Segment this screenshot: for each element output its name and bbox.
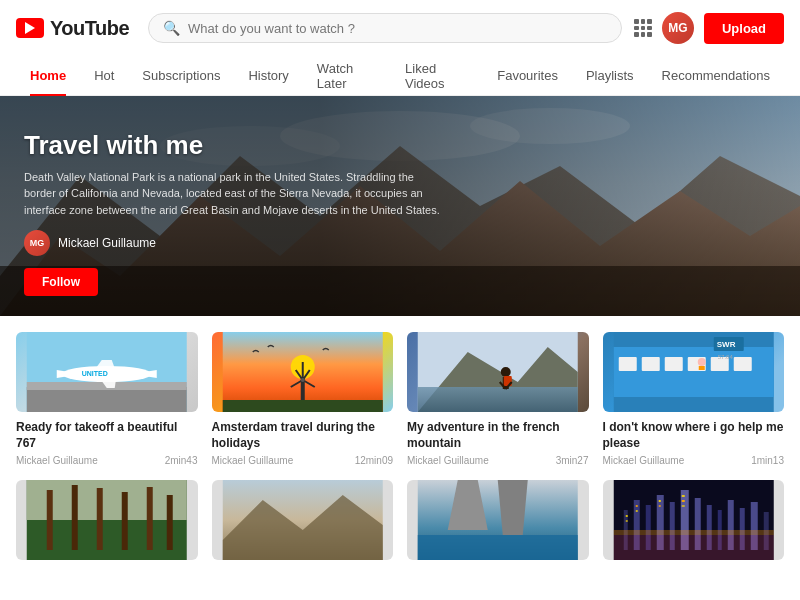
svg-rect-49: [47, 490, 53, 550]
search-bar[interactable]: 🔍: [148, 13, 622, 43]
video-thumbnail-4: SWR 57:64: [603, 332, 785, 412]
hero-author-avatar: MG: [24, 230, 50, 256]
svg-point-24: [300, 378, 304, 382]
video-author-2: Mickael Guillaume: [212, 455, 294, 466]
svg-rect-38: [664, 357, 682, 371]
svg-rect-35: [613, 347, 773, 397]
svg-rect-84: [681, 500, 684, 502]
svg-text:UNITED: UNITED: [82, 370, 108, 377]
svg-rect-25: [222, 400, 382, 412]
svg-rect-50: [72, 485, 78, 550]
svg-marker-59: [498, 480, 528, 535]
svg-text:SWR: SWR: [716, 340, 735, 349]
video-author-4: Mickael Guillaume: [603, 455, 685, 466]
svg-point-45: [697, 358, 705, 366]
svg-rect-37: [641, 357, 659, 371]
nav-item-subscriptions[interactable]: Subscriptions: [128, 56, 234, 96]
video-card-8[interactable]: [603, 480, 785, 568]
upload-button[interactable]: Upload: [704, 13, 784, 44]
svg-rect-82: [658, 505, 660, 507]
logo-area: YouTube: [16, 17, 136, 40]
nav-item-hot[interactable]: Hot: [80, 56, 128, 96]
nav-item-liked-videos[interactable]: Liked Videos: [391, 56, 483, 96]
video-title-2: Amsterdam travel during the holidays: [212, 420, 394, 451]
logo-text: YouTube: [50, 17, 129, 40]
nav-item-recommendations[interactable]: Recommendations: [648, 56, 784, 96]
video-duration-2: 12min09: [355, 455, 393, 466]
nav-item-playlists[interactable]: Playlists: [572, 56, 648, 96]
video-thumbnail-1: UNITED: [16, 332, 198, 412]
video-card-7[interactable]: [407, 480, 589, 568]
hero-description: Death Valley National Park is a national…: [24, 169, 444, 219]
svg-rect-36: [618, 357, 636, 371]
video-grid-row1: UNITED Ready for takeoff a beautiful 767…: [16, 332, 784, 466]
video-author-3: Mickael Guillaume: [407, 455, 489, 466]
video-card-5[interactable]: [16, 480, 198, 568]
grid-apps-icon[interactable]: [634, 19, 652, 37]
search-input[interactable]: [188, 21, 607, 36]
hero-author-name: Mickael Guillaume: [58, 236, 156, 250]
hero-content: Travel with me Death Valley National Par…: [0, 110, 800, 317]
video-duration-1: 2min43: [165, 455, 198, 466]
svg-rect-85: [681, 505, 684, 507]
nav-item-watch-later[interactable]: Watch Later: [303, 56, 391, 96]
video-card-6[interactable]: [212, 480, 394, 568]
video-title-3: My adventure in the french mountain: [407, 420, 589, 451]
svg-rect-77: [625, 515, 627, 517]
search-icon: 🔍: [163, 20, 180, 36]
svg-text:57:64: 57:64: [717, 354, 733, 360]
svg-rect-41: [733, 357, 751, 371]
video-card-4[interactable]: SWR 57:64 I don't know where i go help m…: [603, 332, 785, 466]
video-author-1: Mickael Guillaume: [16, 455, 98, 466]
header-actions: MG Upload: [634, 12, 784, 44]
video-duration-3: 3min27: [556, 455, 589, 466]
nav-item-favourites[interactable]: Favourites: [483, 56, 572, 96]
svg-rect-78: [625, 520, 627, 522]
content-area: UNITED Ready for takeoff a beautiful 767…: [0, 316, 800, 600]
svg-rect-75: [613, 535, 773, 560]
svg-rect-53: [147, 487, 153, 550]
avatar[interactable]: MG: [662, 12, 694, 44]
hero-author: MG Mickael Guillaume: [24, 230, 776, 256]
svg-rect-83: [681, 495, 684, 497]
svg-rect-52: [122, 492, 128, 550]
svg-rect-51: [97, 488, 103, 550]
svg-rect-60: [418, 535, 578, 560]
youtube-logo-icon: [16, 18, 44, 38]
svg-rect-46: [698, 366, 704, 370]
svg-rect-79: [635, 505, 637, 507]
video-duration-4: 1min13: [751, 455, 784, 466]
svg-rect-54: [167, 495, 173, 550]
nav-item-history[interactable]: History: [234, 56, 302, 96]
video-grid-row2: [16, 480, 784, 568]
follow-button[interactable]: Follow: [24, 268, 98, 296]
video-title-4: I don't know where i go help me please: [603, 420, 785, 451]
video-card-3[interactable]: My adventure in the french mountain Mick…: [407, 332, 589, 466]
nav-bar: Home Hot Subscriptions History Watch Lat…: [0, 56, 800, 96]
svg-rect-8: [27, 387, 187, 412]
video-thumbnail-7: [407, 480, 589, 560]
svg-rect-28: [418, 387, 578, 412]
video-meta-4: Mickael Guillaume 1min13: [603, 455, 785, 466]
hero-banner: Travel with me Death Valley National Par…: [0, 96, 800, 316]
svg-rect-80: [635, 510, 637, 512]
video-card-1[interactable]: UNITED Ready for takeoff a beautiful 767…: [16, 332, 198, 466]
svg-rect-76: [613, 530, 773, 535]
video-thumbnail-2: [212, 332, 394, 412]
video-thumbnail-3: [407, 332, 589, 412]
video-card-2[interactable]: Amsterdam travel during the holidays Mic…: [212, 332, 394, 466]
svg-point-29: [501, 367, 511, 377]
header: YouTube 🔍 MG Upload: [0, 0, 800, 56]
video-meta-2: Mickael Guillaume 12min09: [212, 455, 394, 466]
video-title-1: Ready for takeoff a beautiful 767: [16, 420, 198, 451]
video-meta-3: Mickael Guillaume 3min27: [407, 455, 589, 466]
video-thumbnail-5: [16, 480, 198, 560]
svg-rect-81: [658, 500, 660, 502]
video-thumbnail-6: [212, 480, 394, 560]
video-meta-1: Mickael Guillaume 2min43: [16, 455, 198, 466]
nav-item-home[interactable]: Home: [16, 56, 80, 96]
video-thumbnail-8: [603, 480, 785, 560]
hero-title: Travel with me: [24, 130, 776, 161]
